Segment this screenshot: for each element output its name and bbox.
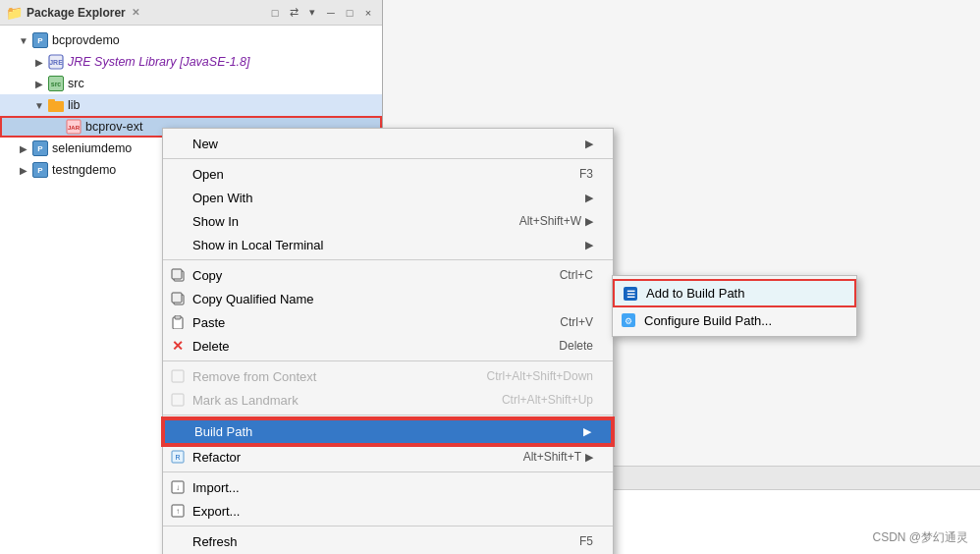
menu-item-show-local[interactable]: Show in Local Terminal ▶ [163, 233, 613, 256]
menu-item-import[interactable]: ↓ Import... [163, 475, 613, 499]
menu-label-refresh: Refresh [192, 534, 560, 549]
menu-item-build-path[interactable]: Build Path ▶ [163, 418, 613, 445]
menu-shortcut-open: F3 [579, 167, 593, 181]
expander-lib[interactable]: ▼ [31, 97, 47, 113]
close-icon[interactable]: × [360, 5, 376, 21]
paste-icon [170, 314, 186, 330]
tree-label-jre: JRE System Library [JavaSE-1.8] [68, 55, 249, 69]
menu-icon[interactable]: ▾ [304, 5, 320, 21]
svg-rect-7 [172, 269, 182, 279]
panel-header-icons: □ ⇄ ▾ ─ □ × [267, 5, 376, 21]
menu-item-show-in[interactable]: Show In Alt+Shift+W ▶ [163, 209, 613, 233]
menu-separator-3 [163, 360, 613, 361]
testngdemo-icon: P [31, 162, 49, 178]
configure-build-path-icon: ⚙ [621, 312, 636, 328]
menu-separator-4 [163, 415, 613, 416]
menu-label-refactor: Refactor [192, 450, 504, 465]
tree-item-bcprovdemo[interactable]: ▼ P bcprovdemo [0, 29, 382, 51]
mark-landmark-icon [170, 392, 186, 408]
sub-menu-label-add-build-path: Add to Build Path [646, 286, 744, 301]
expander-seleniumdemo[interactable]: ▶ [16, 140, 31, 156]
menu-arrow-build-path: ▶ [583, 425, 591, 438]
menu-label-mark-landmark: Mark as Landmark [192, 393, 482, 408]
svg-rect-13 [172, 394, 184, 406]
menu-shortcut-paste: Ctrl+V [560, 315, 593, 329]
menu-arrow-open-with: ▶ [585, 192, 593, 204]
menu-item-copy[interactable]: Copy Ctrl+C [163, 263, 613, 287]
menu-arrow-new: ▶ [585, 138, 593, 150]
menu-shortcut-delete: Delete [559, 339, 593, 353]
svg-text:R: R [175, 454, 180, 461]
menu-separator-1 [163, 158, 613, 159]
menu-item-mark-landmark: Mark as Landmark Ctrl+Alt+Shift+Up [163, 388, 613, 412]
sync-icon[interactable]: ⇄ [286, 5, 301, 21]
menu-item-paste[interactable]: Paste Ctrl+V [163, 310, 613, 334]
svg-text:↓: ↓ [176, 483, 180, 492]
menu-item-delete[interactable]: ✕ Delete Delete [163, 334, 613, 358]
context-menu: New ▶ Open F3 Open With ▶ Show In Alt+Sh… [162, 128, 614, 554]
tree-label-testngdemo: testngdemo [52, 163, 116, 177]
menu-shortcut-show-in: Alt+Shift+W [519, 214, 581, 228]
export-icon: ↑ [170, 503, 186, 519]
svg-text:JRE: JRE [49, 59, 63, 66]
menu-shortcut-remove-context: Ctrl+Alt+Shift+Down [487, 369, 593, 383]
tree-label-lib: lib [68, 98, 81, 112]
svg-text:☰: ☰ [626, 289, 635, 300]
panel-header: 📁 Package Explorer ✕ □ ⇄ ▾ ─ □ × [0, 0, 382, 26]
menu-label-build-path: Build Path [194, 424, 579, 439]
menu-shortcut-copy: Ctrl+C [560, 268, 593, 282]
maximize-icon[interactable]: □ [342, 5, 357, 21]
menu-item-open-with[interactable]: Open With ▶ [163, 186, 613, 209]
menu-label-show-local: Show in Local Terminal [192, 238, 581, 252]
expander-jre[interactable]: ▶ [31, 54, 47, 70]
sub-menu-item-configure-build-path[interactable]: ⚙ Configure Build Path... [613, 307, 856, 333]
menu-label-new: New [192, 137, 581, 151]
tree-label-bcprov: bcprov-ext [85, 120, 142, 134]
tree-item-src[interactable]: ▶ src src [0, 73, 382, 94]
minimize-icon[interactable]: □ [267, 5, 283, 21]
svg-rect-11 [175, 315, 181, 319]
menu-label-open: Open [192, 167, 560, 182]
tree-label-bcprovdemo: bcprovdemo [52, 33, 120, 47]
sub-menu-label-configure-build-path: Configure Build Path... [644, 313, 772, 328]
menu-label-copy: Copy [192, 268, 540, 283]
menu-arrow-refactor: ▶ [585, 451, 593, 464]
expander-src[interactable]: ▶ [31, 76, 47, 91]
menu-label-import: Import... [192, 480, 593, 495]
menu-label-show-in: Show In [192, 214, 500, 229]
menu-label-paste: Paste [192, 315, 540, 330]
minimize2-icon[interactable]: ─ [323, 5, 339, 21]
menu-item-export[interactable]: ↑ Export... [163, 499, 613, 523]
svg-text:⚙: ⚙ [625, 316, 632, 326]
sub-menu-item-add-build-path[interactable]: ☰ Add to Build Path [613, 279, 856, 307]
menu-arrow-show-local: ▶ [585, 239, 593, 251]
svg-rect-9 [172, 293, 182, 303]
sub-context-menu: ☰ Add to Build Path ⚙ Configure Build Pa… [612, 275, 857, 337]
panel-title-label: Package Explorer [27, 6, 126, 20]
jre-icon: JRE [47, 54, 65, 70]
menu-arrow-show-in: ▶ [585, 215, 593, 228]
menu-item-new[interactable]: New ▶ [163, 132, 613, 155]
menu-shortcut-refresh: F5 [579, 534, 593, 548]
expander-testngdemo[interactable]: ▶ [16, 162, 31, 178]
menu-item-refactor[interactable]: R Refactor Alt+Shift+T ▶ [163, 445, 613, 469]
copy-qualified-icon [170, 291, 186, 306]
tree-item-lib[interactable]: ▼ lib [0, 94, 382, 116]
menu-item-open[interactable]: Open F3 [163, 162, 613, 186]
watermark: CSDN @梦幻通灵 [872, 529, 968, 546]
menu-item-copy-qualified[interactable]: Copy Qualified Name [163, 287, 613, 310]
panel-title: 📁 Package Explorer ✕ [6, 5, 139, 21]
menu-item-refresh[interactable]: Refresh F5 [163, 529, 613, 553]
menu-label-copy-qualified: Copy Qualified Name [192, 292, 593, 306]
menu-label-export: Export... [192, 504, 593, 519]
tree-item-jre[interactable]: ▶ JRE JRE System Library [JavaSE-1.8] [0, 51, 382, 73]
project-icon: P [31, 32, 49, 48]
tree-label-src: src [68, 77, 84, 90]
menu-separator-6 [163, 526, 613, 526]
tree-label-seleniumdemo: seleniumdemo [52, 141, 132, 155]
copy-icon [170, 267, 186, 283]
remove-context-icon [170, 368, 186, 384]
svg-text:↑: ↑ [176, 507, 180, 516]
expander-bcprovdemo[interactable]: ▼ [16, 32, 31, 48]
menu-shortcut-refactor: Alt+Shift+T [523, 450, 581, 464]
